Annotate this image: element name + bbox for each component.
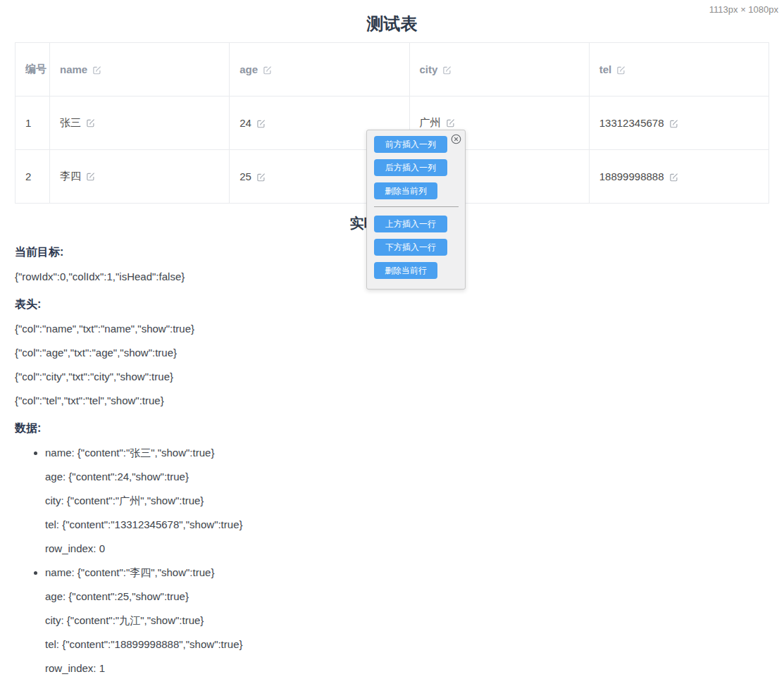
close-icon[interactable] bbox=[450, 133, 462, 145]
data-json-line: age: {"content":24,"show":true} bbox=[45, 470, 769, 483]
cell-value: 李四 bbox=[60, 170, 81, 182]
cell-name: 李四 bbox=[50, 150, 230, 204]
data-json-line: name: {"content":"李四","show":true} bbox=[45, 566, 769, 579]
data-json-line: tel: {"content":"13312345678","show":tru… bbox=[45, 518, 769, 531]
insert-column-after-button[interactable]: 后方插入一列 bbox=[374, 159, 447, 176]
column-header-label: 编号 bbox=[25, 63, 46, 75]
cell-tel: 13312345678 bbox=[589, 97, 769, 150]
data-json-line: row_index: 0 bbox=[45, 542, 769, 555]
edit-icon[interactable] bbox=[92, 66, 101, 75]
cell-name: 张三 bbox=[50, 97, 230, 150]
table-header-label: 表头: bbox=[15, 297, 769, 311]
cell-context-menu: 前方插入一列 后方插入一列 删除当前列 上方插入一行 下方插入一行 删除当前行 bbox=[366, 130, 466, 290]
cell-value: 25 bbox=[239, 170, 251, 182]
cell-value: 张三 bbox=[60, 116, 81, 128]
popup-divider bbox=[374, 206, 459, 207]
edit-icon[interactable] bbox=[256, 173, 266, 182]
insert-row-below-button[interactable]: 下方插入一行 bbox=[374, 239, 447, 256]
cell-index: 1 bbox=[15, 97, 50, 150]
column-header-label: tel bbox=[599, 63, 612, 75]
data-json-line: city: {"content":"广州","show":true} bbox=[45, 494, 769, 507]
list-item: name: {"content":"李四","show":true} age: … bbox=[45, 566, 769, 675]
list-item: name: {"content":"张三","show":true} age: … bbox=[45, 446, 769, 555]
column-header-label: age bbox=[239, 63, 258, 75]
edit-icon[interactable] bbox=[86, 118, 95, 127]
data-json-line: age: {"content":25,"show":true} bbox=[45, 590, 769, 603]
column-header-tel: tel bbox=[589, 43, 769, 97]
data-list: name: {"content":"张三","show":true} age: … bbox=[15, 446, 769, 675]
delete-current-row-button[interactable]: 删除当前行 bbox=[374, 262, 437, 279]
delete-current-column-button[interactable]: 删除当前列 bbox=[374, 182, 437, 199]
cell-value: 广州 bbox=[420, 116, 441, 128]
header-json-line: {"col":"tel","txt":"tel","show":true} bbox=[15, 394, 769, 407]
data-label: 数据: bbox=[15, 421, 769, 435]
page-container: 测试表 编号 name age city tel 1 张三 bbox=[0, 0, 784, 675]
cell-value: 2 bbox=[25, 170, 31, 182]
info-panel: 当前目标: {"rowIdx":0,"colIdx":1,"isHead":fa… bbox=[15, 245, 769, 675]
column-header-label: name bbox=[60, 63, 87, 75]
cell-value: 18899998888 bbox=[599, 170, 664, 182]
edit-icon[interactable] bbox=[616, 66, 626, 75]
edit-icon[interactable] bbox=[446, 118, 455, 127]
cell-tel: 18899998888 bbox=[589, 150, 769, 204]
data-json-line: name: {"content":"张三","show":true} bbox=[45, 446, 769, 459]
header-json-line: {"col":"name","txt":"name","show":true} bbox=[15, 322, 769, 335]
column-header-label: city bbox=[420, 63, 438, 75]
cell-value: 24 bbox=[239, 117, 251, 129]
insert-row-above-button[interactable]: 上方插入一行 bbox=[374, 216, 447, 232]
column-header-age: age bbox=[230, 43, 409, 97]
data-json-line: tel: {"content":"18899998888","show":tru… bbox=[45, 637, 769, 651]
table-header-row: 编号 name age city tel bbox=[15, 43, 769, 97]
column-header-index: 编号 bbox=[15, 43, 50, 97]
edit-icon[interactable] bbox=[669, 173, 678, 182]
edit-icon[interactable] bbox=[442, 66, 452, 75]
viewport-size-label: 1113px × 1080px bbox=[709, 4, 778, 15]
edit-icon[interactable] bbox=[669, 119, 678, 128]
page-title: 测试表 bbox=[15, 0, 769, 42]
header-json-line: {"col":"age","txt":"age","show":true} bbox=[15, 346, 769, 359]
cell-value: 1 bbox=[25, 117, 31, 129]
edit-icon[interactable] bbox=[86, 172, 95, 181]
column-header-city: city bbox=[409, 43, 589, 97]
edit-icon[interactable] bbox=[256, 119, 266, 128]
cell-index: 2 bbox=[15, 150, 50, 204]
column-header-name: name bbox=[50, 43, 230, 97]
edit-icon[interactable] bbox=[263, 66, 272, 75]
data-json-line: city: {"content":"九江","show":true} bbox=[45, 614, 769, 627]
insert-column-before-button[interactable]: 前方插入一列 bbox=[374, 136, 447, 153]
data-json-line: row_index: 1 bbox=[45, 661, 769, 675]
header-json-line: {"col":"city","txt":"city","show":true} bbox=[15, 370, 769, 383]
cell-value: 13312345678 bbox=[599, 117, 664, 129]
